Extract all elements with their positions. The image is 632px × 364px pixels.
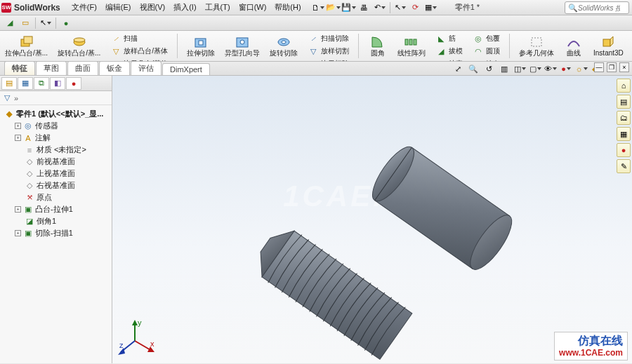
apply-scene-button[interactable]: ☼	[574, 62, 588, 75]
cmd-linear-pattern[interactable]: 线性阵列	[395, 32, 428, 60]
zoom-fit-button[interactable]: ⤢	[451, 62, 465, 75]
tree-item[interactable]: +▣凸台-拉伸1	[1, 203, 110, 215]
zoom-area-button[interactable]: 🔍	[466, 62, 480, 75]
tab-sketch[interactable]: 草图	[36, 61, 67, 75]
fm-tree-tab[interactable]: ▤	[1, 77, 17, 90]
cmd-revolve-cut[interactable]: 旋转切除	[268, 32, 300, 60]
tree-item[interactable]: +◎传感器	[1, 120, 110, 132]
qat-select-button[interactable]: ↖	[393, 1, 407, 14]
tree-item-label: 倒角1	[37, 216, 56, 227]
close-button[interactable]: ×	[619, 62, 629, 72]
orientation-triad[interactable]: y x z	[118, 318, 157, 358]
cmd-sweep[interactable]: ⟋扫描	[108, 32, 170, 45]
cmd-rib[interactable]: ◣筋	[433, 32, 465, 45]
tab-features[interactable]: 特征	[4, 61, 35, 75]
tree-item[interactable]: +▣切除-扫描1	[1, 227, 110, 239]
property-mgr-tab[interactable]: ▦	[18, 77, 33, 90]
select-icon: ↖	[395, 3, 401, 12]
tree-item[interactable]: ◇上视基准面	[1, 168, 110, 180]
qat-options-button[interactable]: ▦	[424, 1, 438, 14]
minimize-button[interactable]: —	[594, 62, 604, 72]
tree-root[interactable]: ◆ 零件1 (默认<<默认>_显...	[1, 108, 110, 120]
tree-item[interactable]: ◇前视基准面	[1, 156, 110, 168]
menu-view[interactable]: 视图(V)	[137, 1, 169, 14]
open-icon: 📂	[326, 3, 336, 12]
menu-help[interactable]: 帮助(H)	[272, 1, 303, 14]
restore-button[interactable]: ❐	[607, 62, 617, 72]
tree-item[interactable]: +A注解	[1, 132, 110, 144]
palette-icon: ▦	[620, 130, 627, 139]
edit-appearance-button[interactable]: ●	[559, 62, 573, 75]
tree-item[interactable]: ◇右视基准面	[1, 180, 110, 191]
taskpane-custom-props[interactable]: ✎	[617, 159, 631, 173]
tab-sheetmetal[interactable]: 钣金	[99, 61, 130, 75]
cmd-instant3d[interactable]: Instant3D	[591, 32, 626, 60]
cmd-extrude-cut[interactable]: 拉伸切除	[185, 32, 217, 60]
qat-open-button[interactable]: 📂	[327, 1, 341, 14]
taskpane-resources[interactable]: ⌂	[617, 79, 631, 93]
tree-item[interactable]: ◪倒角1	[1, 215, 110, 227]
taskpane-view-palette[interactable]: ▦	[617, 127, 631, 141]
svg-rect-1	[24, 36, 32, 43]
tree-icon: ▤	[6, 79, 13, 88]
qat-print-button[interactable]: 🖶	[357, 1, 371, 14]
search-input[interactable]	[578, 4, 620, 12]
search-box[interactable]: 🔍	[565, 1, 629, 14]
section-view-button[interactable]: ▥	[497, 62, 511, 75]
cmd-dome[interactable]: ◠圆顶	[470, 45, 502, 58]
filter-icon[interactable]: ▽	[4, 93, 10, 102]
hide-show-button[interactable]: 👁	[544, 62, 558, 75]
zoom-area-icon: 🔍	[468, 65, 478, 74]
tree-item-label: 切除-扫描1	[35, 228, 73, 238]
appearance-button[interactable]: ●	[59, 17, 73, 29]
sketch-button[interactable]: ◢	[3, 17, 17, 29]
tree-item-label: 传感器	[35, 121, 58, 131]
split-arrow-icon[interactable]: »	[14, 94, 18, 102]
tree-item[interactable]: ≡材质 <未指定>	[1, 144, 110, 156]
cmd-ref-geometry[interactable]: 参考几何体	[517, 32, 556, 60]
cmd-extrude-boss[interactable]: 拉伸凸台/基...	[3, 32, 50, 60]
expand-toggle[interactable]: +	[15, 230, 21, 236]
qat-undo-button[interactable]: ↶	[373, 1, 387, 14]
cmd-revolve-boss[interactable]: 旋转凸台/基...	[55, 32, 103, 60]
tab-surfaces[interactable]: 曲面	[67, 61, 98, 75]
taskpane-design-lib[interactable]: ▤	[617, 95, 631, 109]
qat-rebuild-button[interactable]: ⟳	[409, 1, 423, 14]
cmd-wrap[interactable]: ◎包覆	[470, 32, 502, 45]
tab-dimxpert[interactable]: DimXpert	[162, 63, 210, 75]
expand-toggle[interactable]: +	[15, 123, 21, 129]
cmd-curves[interactable]: 曲线	[562, 32, 586, 60]
qat-new-button[interactable]: 🗋	[311, 1, 325, 14]
config-mgr-tab[interactable]: ⧉	[34, 77, 49, 90]
cmd-loft-cut[interactable]: ▽放样切割	[305, 45, 351, 58]
cmd-sweep-cut[interactable]: ⟋扫描切除	[305, 32, 351, 45]
cmd-draft[interactable]: ◢拔模	[433, 45, 465, 58]
expand-toggle[interactable]: +	[15, 206, 21, 213]
graphics-area[interactable]: 1CAE.COM	[112, 76, 632, 363]
expand-toggle[interactable]: +	[15, 135, 21, 141]
display-style-button[interactable]: ▢	[528, 62, 542, 75]
svg-text:z: z	[119, 341, 124, 349]
prev-view-button[interactable]: ↺	[482, 62, 496, 75]
menu-edit[interactable]: 编辑(E)	[103, 1, 134, 14]
qat-save-button[interactable]: 💾	[342, 1, 356, 14]
menu-tools[interactable]: 工具(T)	[202, 1, 233, 14]
view-orient-button[interactable]: ◫	[513, 62, 527, 75]
revolve-cut-icon	[276, 35, 291, 49]
taskpane-file-explorer[interactable]: 🗂	[617, 111, 631, 125]
cmd-loft[interactable]: ▽放样凸台/基体	[108, 45, 170, 58]
dimension-button[interactable]: ▭	[18, 17, 32, 29]
tree-item[interactable]: ⤧原点	[1, 191, 110, 203]
menu-window[interactable]: 窗口(W)	[236, 1, 270, 14]
menu-insert[interactable]: 插入(I)	[171, 1, 199, 14]
cmd-fillet[interactable]: 圆角	[366, 32, 390, 60]
cmd-hole-wizard[interactable]: 异型孔向导	[223, 32, 262, 60]
display-mgr-tab[interactable]: ●	[66, 77, 81, 90]
dimxpert-mgr-tab[interactable]: ◧	[50, 77, 65, 90]
taskpane-appearances[interactable]: ●	[617, 143, 631, 157]
menu-file[interactable]: 文件(F)	[69, 1, 100, 14]
tab-evaluate[interactable]: 评估	[131, 61, 162, 75]
svg-rect-11	[409, 39, 412, 45]
props-icon: ✎	[621, 162, 627, 171]
select-tool-button[interactable]: ↖	[39, 17, 53, 29]
